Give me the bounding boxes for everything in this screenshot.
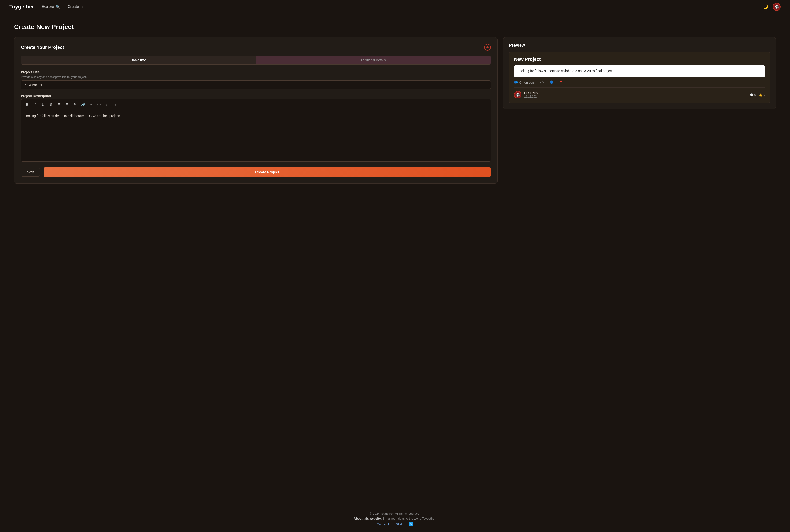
members-meta: 👥 0 members	[514, 80, 535, 84]
navbar: Toygether Explore 🔍 Create ⊕ 🌙 ⚽	[0, 0, 790, 14]
members-count: 0 members	[519, 81, 535, 84]
tabs: Basic Info Additional Details	[21, 56, 491, 64]
author-avatar-icon: ⚽	[516, 93, 520, 97]
undo-button[interactable]: ↩	[104, 101, 110, 108]
project-description-field: Project Description B I U S ☰ ☷ ❝ 🔗 ✂ <>…	[21, 94, 491, 162]
user-avatar[interactable]: ⚽	[773, 3, 780, 11]
project-title-field: Project Title Provide a catchy and descr…	[21, 70, 491, 94]
unlink-button[interactable]: ✂	[88, 101, 94, 108]
main-content: Create New Project Create Your Project B…	[0, 14, 790, 506]
blockquote-button[interactable]: ❝	[72, 101, 78, 108]
form-card-header: Create Your Project	[21, 44, 491, 51]
x-social-link[interactable]: ✕	[409, 522, 413, 526]
preview-description: Looking for fellow students to collabora…	[514, 65, 765, 77]
comments-count: 0	[754, 93, 756, 97]
preview-label: Preview	[509, 43, 770, 48]
footer-about-label: About this website:	[354, 517, 382, 520]
preview-project-name: New Project	[514, 57, 765, 62]
italic-button[interactable]: I	[32, 101, 38, 108]
link-button[interactable]: 🔗	[79, 101, 86, 108]
tab-basic-info-label: Basic Info	[131, 58, 146, 62]
bullet-list-button[interactable]: ☰	[56, 101, 62, 108]
location-meta: 📍	[559, 80, 563, 84]
strikethrough-button[interactable]: S	[48, 101, 54, 108]
tab-additional-details[interactable]: Additional Details	[256, 56, 491, 64]
author-stats: 💬 0 👍 0	[750, 93, 765, 97]
project-description-label: Project Description	[21, 94, 491, 98]
create-link[interactable]: Create ⊕	[68, 5, 84, 9]
project-title-label: Project Title	[21, 70, 491, 74]
user-meta: 👤	[550, 80, 553, 84]
preview-meta: 👥 0 members <> 👤 📍	[514, 80, 765, 88]
editor-content[interactable]: Looking for fellow students to collabora…	[21, 110, 491, 162]
author-date: 11/11/2024	[524, 95, 747, 98]
circle-dot	[486, 46, 489, 49]
github-link[interactable]: GitHub	[396, 522, 405, 526]
footer: © 2024 Toygether. All rights reserved. A…	[0, 506, 790, 532]
form-card-title: Create Your Project	[21, 45, 64, 50]
comments-stat: 💬 0	[750, 93, 756, 97]
footer-links: Contact Us GitHub ✕	[10, 522, 780, 526]
brand-logo[interactable]: Toygether	[10, 4, 34, 10]
redo-button[interactable]: ↪	[112, 101, 118, 108]
location-icon: 📍	[559, 80, 563, 84]
code-button[interactable]: <>	[96, 101, 102, 108]
create-project-button[interactable]: Create Project	[43, 167, 491, 177]
likes-stat: 👍 0	[759, 93, 765, 97]
footer-about-text: Bring your ideas to the world Toygether!	[383, 517, 436, 520]
user-icon: 👤	[550, 80, 553, 84]
ordered-list-button[interactable]: ☷	[64, 101, 70, 108]
search-icon: 🔍	[55, 5, 60, 9]
contact-us-link[interactable]: Contact Us	[377, 522, 392, 526]
two-col-layout: Create Your Project Basic Info Additiona…	[14, 37, 776, 184]
plus-circle-icon: ⊕	[80, 5, 84, 9]
comment-icon: 💬	[750, 93, 753, 97]
explore-link[interactable]: Explore 🔍	[41, 5, 60, 9]
author-info: Hla Htun 11/11/2024	[524, 91, 747, 98]
page-title: Create New Project	[14, 23, 776, 31]
preview-author: ⚽ Hla Htun 11/11/2024 💬 0 👍 0	[514, 91, 765, 98]
form-actions: Next Create Project	[21, 167, 491, 177]
project-title-hint: Provide a catchy and descriptive title f…	[21, 75, 491, 79]
bold-button[interactable]: B	[24, 101, 31, 108]
next-button[interactable]: Next	[21, 168, 40, 177]
like-icon: 👍	[759, 93, 763, 97]
editor-toolbar: B I U S ☰ ☷ ❝ 🔗 ✂ <> ↩ ↪	[21, 99, 491, 110]
members-icon: 👥	[514, 80, 518, 84]
preview-card: Preview New Project Looking for fellow s…	[503, 37, 776, 109]
project-title-input[interactable]	[21, 80, 491, 89]
rich-text-editor: B I U S ☰ ☷ ❝ 🔗 ✂ <> ↩ ↪ Looking	[21, 99, 491, 162]
circle-indicator	[484, 44, 491, 51]
navbar-icons: 🌙 ⚽	[762, 3, 780, 11]
code-icon: <>	[540, 80, 544, 84]
theme-toggle-button[interactable]: 🌙	[762, 3, 769, 10]
underline-button[interactable]: U	[40, 101, 47, 108]
form-card: Create Your Project Basic Info Additiona…	[14, 37, 498, 184]
likes-count: 0	[764, 93, 765, 97]
footer-about: About this website: Bring your ideas to …	[10, 517, 780, 520]
footer-copyright: © 2024 Toygether. All rights reserved.	[10, 512, 780, 515]
author-avatar: ⚽	[514, 91, 521, 98]
create-label: Create	[68, 5, 79, 9]
author-name: Hla Htun	[524, 91, 747, 95]
code-meta: <>	[540, 80, 544, 84]
tab-basic-info[interactable]: Basic Info	[21, 56, 256, 64]
tab-additional-details-label: Additional Details	[361, 58, 386, 62]
preview-inner: New Project Looking for fellow students …	[509, 52, 770, 103]
explore-label: Explore	[41, 5, 54, 9]
